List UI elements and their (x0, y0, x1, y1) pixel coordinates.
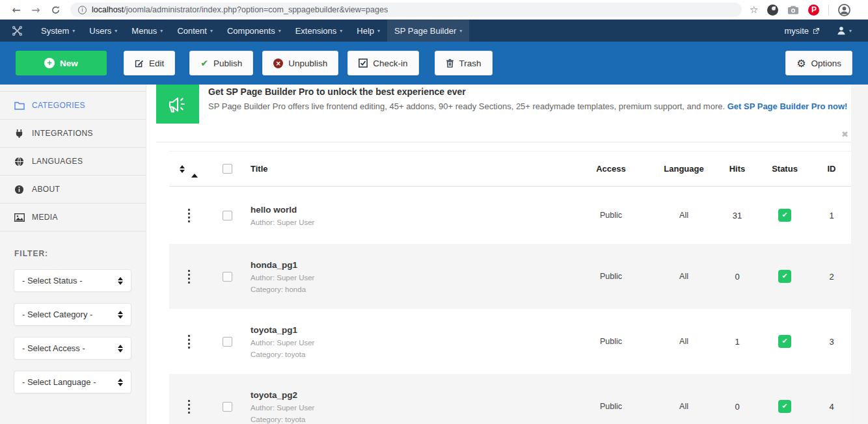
row-checkbox[interactable] (223, 211, 232, 220)
publish-button[interactable]: ✔ Publish (189, 51, 253, 75)
row-author: Author: Super User (251, 219, 571, 226)
drag-handle-icon[interactable] (188, 269, 190, 284)
status-published-toggle[interactable]: ✔ (778, 335, 791, 348)
sidebar: CATEGORIES INTEGRATIONS LANGUAGES ABOUT … (0, 85, 146, 424)
sort-ascending-icon[interactable] (191, 164, 198, 174)
drag-handle-icon[interactable] (188, 334, 190, 349)
checkin-button[interactable]: Check-in (347, 51, 418, 75)
admin-menu-item[interactable]: Components ▾ (220, 20, 288, 42)
close-icon[interactable]: ✖ (841, 129, 848, 139)
row-category: Category: toyota (251, 416, 571, 423)
row-author: Author: Super User (251, 404, 571, 412)
header-access[interactable]: Access (571, 164, 651, 174)
page-title-link[interactable]: hello world (251, 205, 297, 215)
trash-button[interactable]: Trash (435, 51, 493, 75)
options-button[interactable]: ⚙ Options (785, 51, 852, 75)
chevron-down-icon: ▾ (849, 28, 852, 34)
row-id: 1 (812, 211, 851, 220)
browser-profile-avatar[interactable] (838, 4, 850, 16)
chevron-down-icon: ▾ (115, 28, 117, 34)
admin-menu-item[interactable]: Content ▾ (170, 20, 220, 42)
header-status[interactable]: Status (757, 164, 812, 174)
row-hits: 0 (717, 272, 757, 282)
page-info-icon[interactable]: i (78, 6, 87, 14)
browser-chrome: ← → i localhost/joomla/administrator/ind… (0, 0, 868, 20)
edit-button[interactable]: Edit (124, 51, 175, 75)
sidebar-item-media[interactable]: MEDIA (0, 204, 146, 232)
page-title-link[interactable]: toyota_pg2 (251, 390, 297, 400)
row-category: Category: toyota (251, 351, 571, 358)
sort-ordering-icon[interactable] (180, 165, 185, 173)
pages-table: Title Access Language Hits Status ID hel… (169, 151, 851, 424)
joomla-logo-icon[interactable] (0, 20, 34, 42)
row-checkbox[interactable] (223, 272, 232, 282)
admin-menu-item[interactable]: System ▾ (34, 20, 82, 42)
sidebar-item-categories[interactable]: CATEGORIES (0, 92, 146, 120)
sidebar-item-integrations[interactable]: INTEGRATIONS (0, 120, 146, 148)
row-language: All (651, 272, 717, 281)
sidebar-item-about[interactable]: ABOUT (0, 176, 146, 204)
row-access: Public (571, 337, 651, 346)
chevron-down-icon: ▾ (377, 28, 380, 34)
gear-icon: ⚙ (796, 57, 806, 70)
page-title-link[interactable]: toyota_pg1 (251, 325, 297, 335)
new-button[interactable]: + New (16, 51, 107, 75)
bookmark-star-icon[interactable]: ☆ (750, 4, 758, 16)
address-bar[interactable]: i localhost/joomla/administrator/index.p… (70, 3, 742, 17)
sidebar-item-languages[interactable]: LANGUAGES (0, 148, 146, 176)
browser-reload-button[interactable] (46, 5, 65, 15)
pinterest-extension-icon[interactable]: P (808, 5, 819, 16)
get-pro-link[interactable]: Get SP Page Builder Pro now! (727, 101, 848, 111)
admin-menu-item[interactable]: Extensions ▾ (288, 20, 350, 42)
admin-menu-item[interactable]: Help ▾ (349, 20, 387, 42)
browser-forward-button[interactable]: → (26, 4, 46, 16)
select-all-checkbox[interactable] (223, 164, 232, 174)
row-access: Public (571, 211, 651, 220)
external-link-icon (813, 27, 820, 34)
trash-icon (446, 59, 454, 68)
megaphone-icon (156, 85, 199, 124)
row-hits: 31 (717, 211, 757, 220)
admin-menu-items: System ▾ Users ▾ Menus ▾ Content ▾ Compo… (34, 20, 387, 42)
status-published-toggle[interactable]: ✔ (778, 400, 791, 413)
admin-menu-item[interactable]: Users ▾ (82, 20, 124, 42)
banner-title: Get SP Page Builder Pro to unlock the be… (208, 86, 847, 97)
select-updown-icon (118, 311, 123, 319)
row-checkbox[interactable] (223, 402, 232, 412)
row-language: All (651, 337, 717, 346)
filter-select[interactable]: - Select Category - (14, 303, 131, 326)
row-id: 4 (812, 402, 851, 412)
table-row: honda_pg1 Author: Super User Category: h… (169, 244, 851, 309)
filter-select[interactable]: - Select Access - (14, 337, 131, 360)
extension-icon[interactable] (767, 5, 778, 16)
header-title[interactable]: Title (246, 164, 571, 174)
filter-select[interactable]: - Select Language - (14, 371, 131, 393)
select-updown-icon (118, 277, 123, 285)
unpublish-button[interactable]: × Unpublish (262, 51, 338, 75)
status-published-toggle[interactable]: ✔ (778, 209, 791, 222)
table-row: toyota_pg1 Author: Super User Category: … (169, 309, 851, 374)
camera-extension-icon[interactable] (787, 5, 799, 15)
drag-handle-icon[interactable] (188, 399, 190, 414)
menu-sp-page-builder[interactable]: SP Page Builder▾ (387, 20, 469, 42)
select-updown-icon (118, 345, 123, 352)
header-hits[interactable]: Hits (717, 164, 757, 174)
status-published-toggle[interactable]: ✔ (778, 270, 791, 283)
drag-handle-icon[interactable] (188, 207, 190, 223)
row-hits: 1 (717, 337, 757, 347)
admin-menu-item[interactable]: Menus ▾ (124, 20, 170, 42)
header-id[interactable]: ID (812, 164, 851, 174)
view-site-link[interactable]: mysite (777, 26, 827, 36)
user-menu[interactable]: ▾ (830, 26, 859, 35)
row-language: All (651, 402, 717, 411)
page-title-link[interactable]: honda_pg1 (251, 260, 297, 270)
url-text: localhost/joomla/administrator/index.php… (92, 5, 388, 14)
row-checkbox[interactable] (223, 337, 232, 347)
checkbox-check-icon (359, 59, 368, 68)
header-language[interactable]: Language (651, 164, 717, 174)
filter-select[interactable]: - Select Status - (14, 269, 131, 292)
chevron-down-icon: ▾ (210, 28, 213, 34)
row-id: 2 (812, 272, 851, 282)
plus-icon: + (44, 58, 55, 68)
browser-back-button[interactable]: ← (7, 4, 26, 16)
